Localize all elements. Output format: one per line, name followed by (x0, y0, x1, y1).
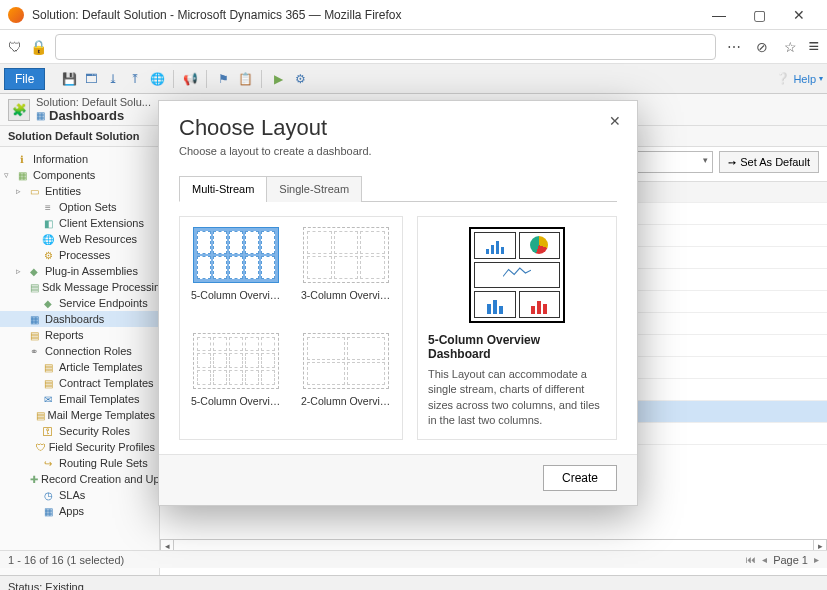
content-actions: oles ➙Set As Default (613, 151, 819, 173)
tab-multi-stream[interactable]: Multi-Stream (179, 176, 267, 202)
tree-item[interactable]: ◆Service Endpoints (0, 295, 159, 311)
translate-icon[interactable]: 🌐 (147, 69, 167, 89)
tree-item[interactable]: ℹInformation (0, 151, 159, 167)
bookmark-icon[interactable]: ☆ (780, 37, 800, 57)
tree-item[interactable]: 🛡Field Security Profiles (0, 439, 159, 455)
breadcrumb-text: Solution: Default Solu... ▦Dashboards (36, 96, 151, 123)
layout-preview: 5-Column Overview Dashboard This Layout … (417, 216, 617, 440)
row-count: 1 - 16 of 16 (1 selected) (8, 554, 124, 566)
tree-item[interactable]: ▤Reports (0, 327, 159, 343)
set-default-button[interactable]: ➙Set As Default (719, 151, 819, 173)
protection-icon[interactable]: ⊘ (752, 37, 772, 57)
preview-pie-icon (519, 232, 561, 259)
more-icon[interactable]: ⋯ (724, 37, 744, 57)
layout-option-5col-b[interactable]: 5-Column Overvie... (190, 333, 282, 429)
dialog-tabs: Multi-Stream Single-Stream (179, 175, 617, 202)
pagination: ⏮ ◂ Page 1 ▸ (746, 554, 819, 566)
tree-item[interactable]: ▤Mail Merge Templates (0, 407, 159, 423)
dialog-title: Choose Layout (179, 115, 617, 141)
browser-urlbar: 🛡 🔒 ⋯ ⊘ ☆ ≡ (0, 30, 827, 64)
page-next-icon[interactable]: ▸ (814, 554, 819, 565)
save-icon[interactable]: 💾 (59, 69, 79, 89)
preview-stack-icon (474, 291, 516, 318)
dialog-subtitle: Choose a layout to create a dashboard. (179, 145, 617, 157)
import-icon[interactable]: ⤒ (125, 69, 145, 89)
action-icon[interactable]: ⚑ (213, 69, 233, 89)
window-maximize[interactable]: ▢ (739, 3, 779, 27)
layout-thumb (193, 227, 279, 283)
set-default-label: Set As Default (740, 156, 810, 168)
window-close[interactable]: ✕ (779, 3, 819, 27)
tree-item[interactable]: ▤Article Templates (0, 359, 159, 375)
preview-line-icon (474, 262, 560, 289)
prepare-icon[interactable]: 📋 (235, 69, 255, 89)
file-button[interactable]: File (4, 68, 45, 90)
help-icon: ❔ (776, 72, 790, 85)
breadcrumb-parent: Solution: Default Solu... (36, 96, 151, 108)
layout-option-2col[interactable]: 2-Column Overvie... (300, 333, 392, 429)
tree-item[interactable]: ⚙Processes (0, 247, 159, 263)
hamburger-icon[interactable]: ≡ (808, 36, 819, 57)
dialog-close-button[interactable]: ✕ (605, 111, 625, 131)
layout-thumb (193, 333, 279, 389)
page-first-icon[interactable]: ⏮ (746, 554, 756, 565)
tree-item[interactable]: 🌐Web Resources (0, 231, 159, 247)
tree-item[interactable]: ▹▭Entities (0, 183, 159, 199)
window-minimize[interactable]: — (699, 3, 739, 27)
window-title: Solution: Default Solution - Microsoft D… (32, 8, 699, 22)
tree-item[interactable]: ◷SLAs (0, 487, 159, 503)
layout-options: 5-Column Overvie... 3-Column Overvie... … (179, 216, 403, 440)
table-status: 1 - 16 of 16 (1 selected) ⏮ ◂ Page 1 ▸ (0, 550, 827, 568)
breadcrumb-current: Dashboards (49, 108, 124, 123)
app-status: Status: Existing (0, 575, 827, 590)
layout-label: 5-Column Overvie... (191, 289, 281, 301)
preview-desc: This Layout can accommodate a single str… (428, 367, 606, 429)
create-button[interactable]: Create (543, 465, 617, 491)
run-icon[interactable]: ▶ (268, 69, 288, 89)
help-link[interactable]: ❔Help ▾ (776, 72, 823, 85)
tree-item[interactable]: ◧Client Extensions (0, 215, 159, 231)
tree-item[interactable]: ⚿Security Roles (0, 423, 159, 439)
preview-title: 5-Column Overview Dashboard (428, 333, 606, 361)
page-prev-icon[interactable]: ◂ (762, 554, 767, 565)
dialog-header: Choose Layout Choose a layout to create … (159, 101, 637, 165)
preview-col-icon (519, 291, 561, 318)
tab-single-stream[interactable]: Single-Stream (266, 176, 362, 202)
lock-icon[interactable]: 🔒 (30, 39, 47, 55)
preview-thumb (469, 227, 565, 323)
app-toolbar: File 💾 🗔 ⤓ ⤒ 🌐 📢 ⚑ 📋 ▶ ⚙ ❔Help ▾ (0, 64, 827, 94)
address-input[interactable] (55, 34, 716, 60)
layout-option-5col-a[interactable]: 5-Column Overvie... (190, 227, 282, 323)
layout-option-3col[interactable]: 3-Column Overvie... (300, 227, 392, 323)
save-close-icon[interactable]: 🗔 (81, 69, 101, 89)
shield-icon[interactable]: 🛡 (8, 39, 22, 55)
tree-item[interactable]: ▦Dashboards (0, 311, 159, 327)
tree-item[interactable]: ✉Email Templates (0, 391, 159, 407)
choose-layout-dialog: Choose Layout Choose a layout to create … (158, 100, 638, 506)
tree-item[interactable]: ≡Option Sets (0, 199, 159, 215)
tree-item[interactable]: ▿▦Components (0, 167, 159, 183)
tree-item[interactable]: ↪Routing Rule Sets (0, 455, 159, 471)
tree-item[interactable]: ▦Apps (0, 503, 159, 519)
dialog-footer: Create (159, 454, 637, 505)
layout-label: 5-Column Overvie... (191, 395, 281, 407)
layout-thumb (303, 333, 389, 389)
settings-icon[interactable]: ⚙ (290, 69, 310, 89)
dashboard-icon: ▦ (36, 110, 45, 121)
tree-item[interactable]: ▤Sdk Message Processing (0, 279, 159, 295)
tree-item[interactable]: ⚭Connection Roles (0, 343, 159, 359)
page-label: Page 1 (773, 554, 808, 566)
tree-item[interactable]: ✚Record Creation and Up (0, 471, 159, 487)
publish-icon[interactable]: 📢 (180, 69, 200, 89)
layout-label: 2-Column Overvie... (301, 395, 391, 407)
help-label: Help (793, 73, 816, 85)
status-text: Status: Existing (8, 581, 84, 591)
dialog-body: 5-Column Overvie... 3-Column Overvie... … (159, 202, 637, 454)
tree-item[interactable]: ▤Contract Templates (0, 375, 159, 391)
tree-item[interactable]: ▹◆Plug-in Assemblies (0, 263, 159, 279)
layout-thumb (303, 227, 389, 283)
nav-tree: ℹInformation▿▦Components▹▭Entities≡Optio… (0, 147, 160, 575)
layout-label: 3-Column Overvie... (301, 289, 391, 301)
firefox-icon (8, 7, 24, 23)
export-icon[interactable]: ⤓ (103, 69, 123, 89)
